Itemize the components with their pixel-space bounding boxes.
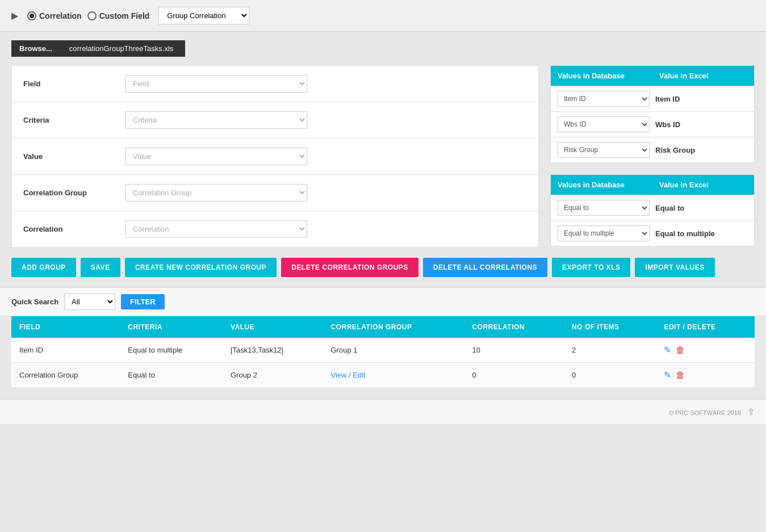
delete-icon[interactable]: 🗑	[676, 370, 685, 380]
browse-button[interactable]: Browse...	[11, 40, 60, 57]
correlation-row: Correlation Correlation	[12, 211, 538, 247]
edit-icon[interactable]: ✎	[664, 370, 671, 380]
group-correlation-dropdown[interactable]: Group Correlation	[158, 7, 249, 24]
panel2-header: Values in Database Value in Excel	[551, 175, 754, 195]
scroll-up-icon[interactable]: ⇧	[747, 407, 755, 417]
panel2-db-select-1[interactable]: Equal to multiple	[558, 225, 650, 241]
row0-criteria: Equal to multiple	[120, 338, 223, 363]
edit-icon[interactable]: ✎	[664, 345, 671, 355]
delete-icon[interactable]: 🗑	[676, 345, 685, 355]
radio-custom-field[interactable]: Custom Field	[87, 11, 150, 20]
save-button[interactable]: SAVE	[81, 258, 120, 277]
row0-field: Item ID	[11, 338, 120, 363]
table-section: FIELD CRITERIA VALUE CORRELATION GROUP C…	[0, 316, 766, 388]
row0-correlation-group: Group 1	[323, 338, 464, 363]
row1-field: Correlation Group	[11, 363, 120, 388]
row1-correlation-group[interactable]: View / Edit	[323, 363, 464, 388]
criteria-row: Criteria Criteria	[12, 102, 538, 139]
panel1-row-1: Wbs ID Wbs ID	[551, 111, 754, 137]
panel1-row-2: Risk Group Risk Group	[551, 137, 754, 162]
panel1-row-0: Item ID Item ID	[551, 86, 754, 111]
correlation-select[interactable]: Correlation	[125, 220, 307, 238]
filter-button[interactable]: FILTER	[121, 294, 165, 309]
import-values-button[interactable]: IMPORT VALUES	[635, 258, 714, 277]
data-table: FIELD CRITERIA VALUE CORRELATION GROUP C…	[11, 316, 755, 388]
table-row: Item ID Equal to multiple [Task13,Task12…	[11, 338, 755, 363]
top-bar: ▶ Correlation Custom Field Group Correla…	[0, 0, 766, 32]
delete-all-button[interactable]: DELETE ALL CORRELATIONS	[423, 258, 547, 277]
panel2: Values in Database Value in Excel Equal …	[550, 174, 755, 246]
panel2-header-db: Values in Database	[551, 175, 652, 195]
correlation-radio-label: Correlation	[39, 11, 82, 20]
field-row: Field Field	[12, 66, 538, 102]
panel1-excel-0: Item ID	[655, 95, 747, 103]
radio-correlation[interactable]: Correlation	[27, 11, 82, 20]
buttons-section: ADD GROUP SAVE CREATE NEW CORRELATION GR…	[0, 248, 766, 287]
panel2-row-0: Equal to Equal to	[551, 195, 754, 220]
panel1-db-select-0[interactable]: Item ID	[558, 91, 650, 107]
correlation-group-row: Correlation Group Correlation Group	[12, 175, 538, 211]
col-criteria: CRITERIA	[120, 316, 223, 338]
criteria-select[interactable]: Criteria	[125, 111, 307, 129]
value-select[interactable]: Value	[125, 148, 307, 165]
correlation-control: Correlation	[125, 220, 527, 238]
panel1-header: Values in Database Value in Excel	[551, 66, 754, 86]
panel2-row-1: Equal to multiple Equal to multiple	[551, 220, 754, 246]
row1-actions: ✎ 🗑	[656, 363, 755, 388]
custom-field-radio-label: Custom Field	[99, 11, 150, 20]
form-section: Field Field Criteria Criteria Value Valu…	[11, 65, 539, 248]
main-content: Field Field Criteria Criteria Value Valu…	[0, 65, 766, 248]
panel2-db-select-0[interactable]: Equal to	[558, 200, 650, 216]
value-row: Value Value	[12, 139, 538, 175]
panel1-excel-1: Wbs ID	[655, 120, 747, 129]
radio-group: Correlation Custom Field	[27, 11, 149, 20]
panel2-excel-1: Equal to multiple	[655, 229, 747, 238]
panel1-db-select-1[interactable]: Wbs ID	[558, 116, 650, 132]
col-correlation-group: CORRELATION GROUP	[323, 316, 464, 338]
add-group-button[interactable]: ADD GROUP	[11, 258, 76, 277]
create-new-button[interactable]: CREATE NEW CORRELATION GROUP	[125, 258, 277, 277]
panel1-header-excel: Value in Excel	[652, 66, 754, 86]
panel1-db-select-2[interactable]: Risk Group	[558, 142, 650, 158]
col-value: VALUE	[223, 316, 323, 338]
table-row: Correlation Group Equal to Group 2 View …	[11, 363, 755, 388]
row0-value: [Task13,Task12]	[223, 338, 323, 363]
criteria-control: Criteria	[125, 111, 527, 129]
view-edit-link[interactable]: View / Edit	[330, 371, 365, 379]
row0-no-of-items: 2	[564, 338, 656, 363]
right-panels: Values in Database Value in Excel Item I…	[550, 65, 755, 248]
footer: © PRC SOFTWARE 2018 ⇧	[0, 399, 766, 424]
panel2-excel-0: Equal to	[655, 204, 747, 212]
search-label: Quick Search	[11, 298, 58, 306]
row1-value: Group 2	[223, 363, 323, 388]
col-edit-delete: EDIT / DELETE	[656, 316, 755, 338]
correlation-group-control: Correlation Group	[125, 184, 527, 202]
play-icon: ▶	[11, 10, 18, 21]
radio-outer-empty	[87, 11, 97, 20]
value-control: Value	[125, 148, 527, 165]
file-name-display: correlationGroupThreeTasks.xls	[60, 40, 185, 57]
row1-no-of-items: 0	[564, 363, 656, 388]
criteria-label: Criteria	[23, 116, 125, 124]
footer-text: © PRC SOFTWARE 2018	[669, 409, 741, 416]
panel2-header-excel: Value in Excel	[652, 175, 754, 195]
action-icons: ✎ 🗑	[664, 345, 747, 355]
radio-inner	[30, 14, 34, 18]
field-select[interactable]: Field	[125, 75, 307, 93]
correlation-group-select[interactable]: Correlation Group	[125, 184, 307, 202]
radio-outer	[27, 11, 36, 20]
panel1-excel-2: Risk Group	[655, 146, 747, 154]
col-correlation: CORRELATION	[464, 316, 564, 338]
panel1-header-db: Values in Database	[551, 66, 652, 86]
correlation-group-label: Correlation Group	[23, 188, 125, 197]
col-field: FIELD	[11, 316, 120, 338]
panel1: Values in Database Value in Excel Item I…	[550, 65, 755, 163]
row0-actions: ✎ 🗑	[656, 338, 755, 363]
row1-criteria: Equal to	[120, 363, 223, 388]
search-select[interactable]: All Field Criteria Value	[64, 294, 115, 310]
table-header-row: FIELD CRITERIA VALUE CORRELATION GROUP C…	[11, 316, 755, 338]
row0-correlation: 10	[464, 338, 564, 363]
delete-groups-button[interactable]: DELETE CORRELATION GROUPS	[281, 258, 418, 277]
export-xls-button[interactable]: EXPORT TO XLS	[552, 258, 630, 277]
search-bar: Quick Search All Field Criteria Value FI…	[0, 287, 766, 316]
